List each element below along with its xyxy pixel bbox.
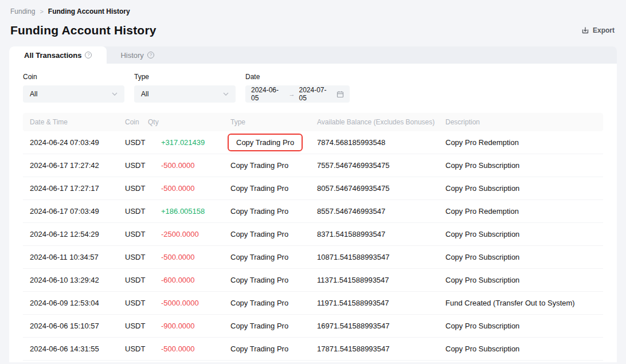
page-header: Funding Account History Export: [9, 17, 617, 46]
cell-balance: 8057.5467469935475: [317, 184, 445, 193]
export-label: Export: [593, 26, 615, 34]
cell-datetime: 2024-06-06 15:10:57: [23, 322, 125, 330]
cell-datetime: 2024-06-09 12:53:04: [23, 299, 125, 307]
cell-balance: 17871.541588993547: [317, 345, 445, 353]
cell-description: Copy Pro Subscription: [445, 253, 603, 261]
cell-description: Copy Pro Subscription: [445, 276, 603, 284]
cell-coin: USDT: [125, 207, 148, 216]
cell-datetime: 2024-06-17 17:27:17: [23, 184, 125, 193]
cell-type: Copy Trading Pro: [230, 253, 317, 261]
col-available-balance: Available Balance (Excludes Bonuses): [317, 118, 445, 126]
tab-all-transactions[interactable]: All Transactions ?: [9, 46, 107, 64]
date-to-value: 2024-07-05: [299, 86, 333, 102]
col-qty: Qty: [148, 118, 230, 126]
date-range-arrow: →: [289, 91, 295, 97]
cell-type: Copy Trading Pro: [230, 276, 317, 284]
col-coin: Coin: [125, 118, 148, 126]
date-filter-label: Date: [245, 73, 350, 81]
type-filter: Type All: [134, 73, 236, 103]
cell-datetime: 2024-06-17 07:03:49: [23, 207, 125, 216]
table-header: Date & Time Coin Qty Type Available Bala…: [23, 113, 603, 131]
table-row: 2024-06-06 15:10:57USDT-900.0000Copy Tra…: [23, 315, 603, 338]
table-body: 2024-06-24 07:03:49USDT+317.021439Copy T…: [23, 131, 603, 361]
breadcrumb-funding[interactable]: Funding: [10, 7, 35, 15]
table-row: 2024-06-17 17:27:17USDT-500.0000Copy Tra…: [23, 177, 603, 200]
cell-coin: USDT: [125, 299, 148, 307]
help-icon[interactable]: ?: [85, 52, 92, 58]
export-button[interactable]: Export: [581, 26, 617, 34]
type-select[interactable]: All: [134, 85, 236, 103]
cell-type: Copy Trading Pro: [230, 184, 317, 193]
date-range-picker[interactable]: 2024-06-05 → 2024-07-05: [245, 85, 350, 103]
cell-balance: 16971.541588993547: [317, 322, 445, 330]
cell-balance: 10871.541588993547: [317, 253, 445, 261]
cell-datetime: 2024-06-10 13:29:42: [23, 276, 125, 284]
cell-qty: -500.0000: [148, 253, 230, 261]
col-type: Type: [230, 118, 317, 126]
coin-select-value: All: [30, 90, 37, 98]
help-icon[interactable]: ?: [147, 52, 154, 58]
cell-type: Copy Trading Pro: [230, 322, 317, 330]
cell-description: Copy Pro Redemption: [445, 138, 603, 147]
cell-coin: USDT: [125, 184, 148, 193]
cell-qty: +186.005158: [148, 207, 230, 216]
cell-balance: 11371.541588993547: [317, 276, 445, 284]
coin-select[interactable]: All: [23, 85, 124, 103]
cell-balance: 7874.568185993548: [317, 138, 445, 147]
tab-all-transactions-label: All Transactions: [24, 51, 81, 60]
breadcrumb-current: Funding Account History: [48, 7, 130, 15]
table-row: 2024-06-09 12:53:04USDT-5000.0000Copy Tr…: [23, 292, 603, 315]
cell-qty: -500.0000: [148, 345, 230, 353]
date-filter: Date 2024-06-05 → 2024-07-05: [245, 73, 350, 103]
cell-coin: USDT: [125, 253, 148, 261]
funding-history-page: Funding > Funding Account History Fundin…: [0, 0, 626, 362]
content-card: Coin All Type All Date: [9, 64, 617, 362]
breadcrumb: Funding > Funding Account History: [9, 0, 617, 17]
cell-qty: -500.0000: [148, 184, 230, 193]
col-description: Description: [445, 118, 603, 126]
coin-filter: Coin All: [23, 73, 124, 103]
col-date-time: Date & Time: [23, 118, 125, 126]
type-filter-label: Type: [134, 73, 236, 81]
coin-filter-label: Coin: [23, 73, 124, 81]
chevron-down-icon: [112, 92, 118, 96]
cell-type: Copy Trading Pro: [230, 230, 317, 238]
cell-coin: USDT: [125, 138, 148, 147]
chevron-down-icon: [223, 92, 229, 96]
cell-balance: 7557.5467469935475: [317, 161, 445, 170]
cell-type: Copy Trading Pro: [230, 345, 317, 353]
cell-qty: -600.0000: [148, 276, 230, 284]
cell-qty: -500.0000: [148, 161, 230, 170]
highlight-box: Copy Trading Pro: [228, 134, 303, 151]
cell-type: Copy Trading Pro: [230, 134, 317, 151]
cell-description: Copy Pro Subscription: [445, 345, 603, 353]
cell-qty: -900.0000: [148, 322, 230, 330]
cell-coin: USDT: [125, 345, 148, 353]
calendar-icon[interactable]: [337, 91, 344, 98]
table-row: 2024-06-17 07:03:49USDT+186.005158Copy T…: [23, 200, 603, 223]
cell-type: Copy Trading Pro: [230, 299, 317, 307]
cell-qty: +317.021439: [148, 138, 230, 147]
cell-qty: -2500.0000: [148, 230, 230, 238]
cell-description: Copy Pro Redemption: [445, 207, 603, 216]
cell-datetime: 2024-06-06 14:31:55: [23, 345, 125, 353]
tab-history[interactable]: History ?: [107, 46, 167, 64]
cell-balance: 11971.541588993547: [317, 299, 445, 307]
page-title: Funding Account History: [10, 24, 156, 37]
table-row: 2024-06-06 14:31:55USDT-500.0000Copy Tra…: [23, 338, 603, 361]
export-icon: [581, 26, 589, 34]
table-row: 2024-06-17 17:27:42USDT-500.0000Copy Tra…: [23, 154, 603, 177]
table-row: 2024-06-24 07:03:49USDT+317.021439Copy T…: [23, 131, 603, 154]
cell-type: Copy Trading Pro: [230, 161, 317, 170]
date-from-value: 2024-06-05: [251, 86, 285, 102]
cell-description: Fund Created (Transfer Out to System): [445, 299, 603, 307]
transactions-table: Date & Time Coin Qty Type Available Bala…: [23, 113, 603, 361]
cell-coin: USDT: [125, 230, 148, 238]
cell-datetime: 2024-06-17 17:27:42: [23, 161, 125, 170]
cell-datetime: 2024-06-24 07:03:49: [23, 138, 125, 147]
type-select-value: All: [141, 90, 148, 98]
cell-qty: -5000.0000: [148, 299, 230, 307]
cell-coin: USDT: [125, 322, 148, 330]
tab-history-label: History: [120, 51, 143, 60]
cell-balance: 8371.541588993547: [317, 230, 445, 238]
